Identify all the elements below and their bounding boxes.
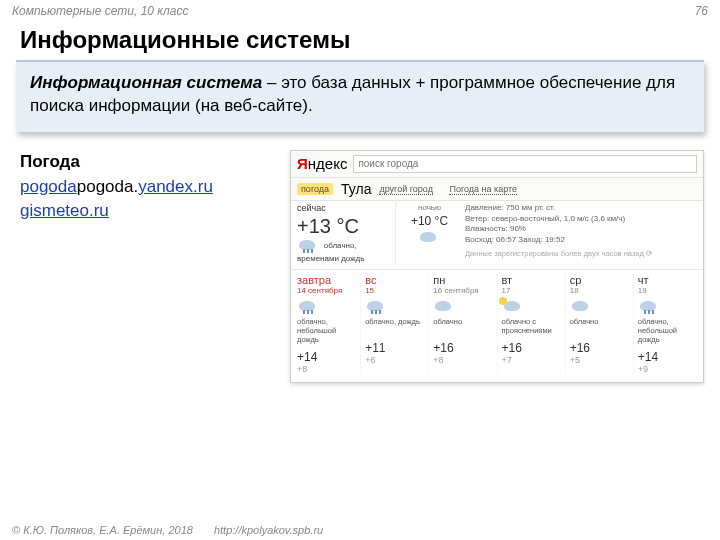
forecast-hi: +16: [570, 341, 629, 355]
forecast-hi: +14: [638, 350, 697, 364]
course-label: Компьютерные сети, 10 класс: [12, 4, 188, 18]
forecast-hi: +16: [502, 341, 561, 355]
forecast-col[interactable]: пн16 сентябряоблачно+16+8: [428, 274, 496, 374]
link-yandex-ru[interactable]: yandex.ru: [138, 177, 213, 196]
forecast-lo: +8: [433, 355, 492, 365]
forecast-desc: облачно с прояснениями: [502, 317, 561, 335]
cloud-rain-icon: [297, 238, 319, 252]
meta-wind: Ветер: северо-восточный, 1.0 м/с (3.6 км…: [465, 214, 697, 225]
forecast-desc: облачно: [570, 317, 629, 335]
forecast-day: вс: [365, 274, 424, 286]
link-pogoda-mid: pogoda: [77, 177, 134, 196]
sub-links: другой город Погода на карте: [379, 184, 531, 194]
definition-term: Информационная система: [30, 73, 262, 92]
forecast-day: чт: [638, 274, 697, 286]
forecast-lo: +9: [638, 364, 697, 374]
yandex-logo: Яндекс: [297, 155, 347, 172]
forecast-col[interactable]: вт17облачно с прояснениями+16+7: [497, 274, 565, 374]
link-line-1: pogodapogoda.yandex.ru: [20, 175, 280, 200]
weather-widget: Яндекс погода Тула другой город Погода н…: [290, 150, 704, 383]
forecast-hi: +11: [365, 341, 424, 355]
meta-humidity: Влажность: 96%: [465, 224, 697, 235]
footer: © К.Ю. Поляков, Е.А. Ерёмин, 2018 http:/…: [0, 524, 720, 536]
forecast-hi: +16: [433, 341, 492, 355]
definition-box: Информационная система – это база данных…: [16, 60, 704, 132]
forecast-icon: [638, 299, 660, 313]
forecast-lo: +7: [502, 355, 561, 365]
badge-pogoda: погода: [297, 183, 333, 195]
forecast-day: вт: [502, 274, 561, 286]
now-block: сейчас +13 °C облачно, временами дождь н…: [291, 201, 703, 270]
forecast-hi: +14: [297, 350, 356, 364]
page-number: 76: [695, 4, 708, 18]
night-column: ночью +10 °C: [395, 203, 455, 263]
forecast-col[interactable]: ср18облачно+16+5: [565, 274, 633, 374]
now-label: сейчас: [297, 203, 395, 213]
forecast-lo: +6: [365, 355, 424, 365]
cloud-icon: [418, 230, 440, 244]
forecast-lo: +8: [297, 364, 356, 374]
yandex-rest: ндекс: [308, 155, 348, 172]
forecast-icon: [297, 299, 319, 313]
night-label: ночью: [404, 203, 455, 212]
meta-note: Данные зарегистрированы более двух часов…: [465, 249, 697, 259]
meta-pressure: Давление: 750 мм рт. ст.: [465, 203, 697, 214]
widget-top-bar: Яндекс: [291, 151, 703, 178]
link-map[interactable]: Погода на карте: [449, 184, 517, 195]
forecast-date: 14 сентября: [297, 286, 356, 295]
forecast-date: 18: [570, 286, 629, 295]
page-title: Информационные системы: [0, 22, 720, 60]
link-line-2: gismeteo.ru: [20, 199, 280, 224]
footer-url: http://kpolyakov.spb.ru: [214, 524, 323, 536]
forecast-desc: облачно: [433, 317, 492, 335]
forecast-row: завтра14 сентябряоблачно, небольшой дожд…: [291, 270, 703, 382]
header-strip: Компьютерные сети, 10 класс 76: [0, 0, 720, 22]
forecast-day: ср: [570, 274, 629, 286]
definition-dash: –: [262, 73, 281, 92]
forecast-date: 15: [365, 286, 424, 295]
meta-sun: Восход: 06:57 Заход: 19:52: [465, 235, 697, 246]
widget-sub-bar: погода Тула другой город Погода на карте: [291, 178, 703, 201]
links-title: Погода: [20, 150, 280, 175]
meta-column: Давление: 750 мм рт. ст. Ветер: северо-в…: [455, 203, 697, 263]
forecast-day: пн: [433, 274, 492, 286]
forecast-icon: [433, 299, 455, 313]
night-temp: +10 °C: [404, 214, 455, 228]
copyright: © К.Ю. Поляков, Е.А. Ерёмин, 2018: [12, 524, 193, 536]
city-name: Тула: [341, 181, 371, 197]
forecast-icon: [502, 299, 524, 313]
links-column: Погода pogodapogoda.yandex.ru gismeteo.r…: [20, 150, 280, 383]
yandex-ya: Я: [297, 155, 308, 172]
forecast-desc: облачно, небольшой дождь: [297, 317, 356, 344]
link-other-city[interactable]: другой город: [379, 184, 432, 195]
forecast-date: 17: [502, 286, 561, 295]
search-input[interactable]: [353, 155, 697, 173]
now-icon-row: облачно, временами дождь: [297, 238, 395, 263]
forecast-icon: [570, 299, 592, 313]
forecast-icon: [365, 299, 387, 313]
link-gismeteo[interactable]: gismeteo.ru: [20, 201, 109, 220]
forecast-col[interactable]: чт19облачно, небольшой дождь+14+9: [633, 274, 701, 374]
content-row: Погода pogodapogoda.yandex.ru gismeteo.r…: [0, 142, 720, 383]
forecast-day: завтра: [297, 274, 356, 286]
forecast-lo: +5: [570, 355, 629, 365]
forecast-date: 16 сентября: [433, 286, 492, 295]
forecast-col[interactable]: завтра14 сентябряоблачно, небольшой дожд…: [293, 274, 360, 374]
now-temp: +13 °C: [297, 215, 395, 238]
forecast-desc: облачно, дождь: [365, 317, 424, 335]
link-pogoda-prefix[interactable]: pogoda: [20, 177, 77, 196]
now-left: сейчас +13 °C облачно, временами дождь: [297, 203, 395, 263]
forecast-col[interactable]: вс15облачно, дождь+11+6: [360, 274, 428, 374]
forecast-date: 19: [638, 286, 697, 295]
forecast-desc: облачно, небольшой дождь: [638, 317, 697, 344]
